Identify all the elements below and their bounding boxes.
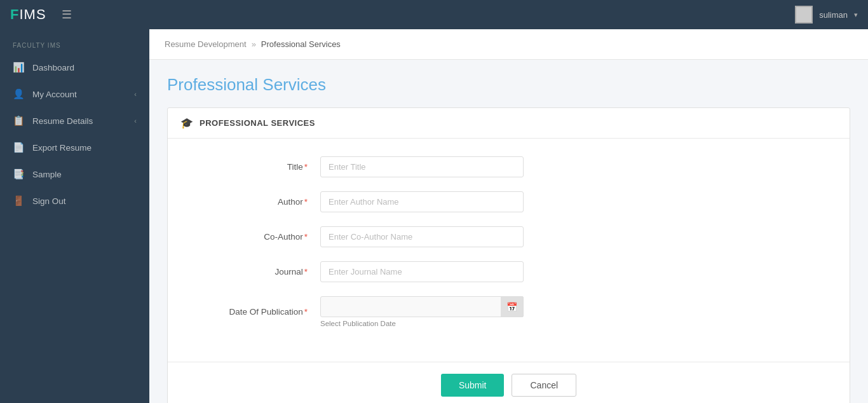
sidebar-item-sample[interactable]: 📑 Sample — [0, 161, 149, 188]
date-field-wrapper: 📅 Select Publication Date — [320, 296, 524, 327]
username-label: suliman — [819, 10, 848, 20]
user-menu[interactable]: suliman ▾ — [795, 6, 858, 24]
author-label: Author* — [193, 197, 320, 207]
hamburger-icon[interactable]: ☰ — [62, 8, 72, 22]
sample-icon: 📑 — [13, 168, 25, 180]
resume-icon: 📋 — [13, 115, 25, 126]
co-author-input[interactable] — [320, 226, 524, 247]
card-header-icon: 🎓 — [180, 117, 193, 129]
sidebar-item-label: Sample — [32, 170, 62, 179]
avatar — [795, 6, 813, 24]
layout: FACULTY IMS 📊 Dashboard 👤 My Account ‹ 📋… — [0, 29, 868, 403]
cancel-button[interactable]: Cancel — [512, 374, 576, 397]
journal-input[interactable] — [320, 261, 524, 282]
breadcrumb: Resume Development » Professional Servic… — [149, 29, 868, 60]
author-input[interactable] — [320, 191, 524, 212]
breadcrumb-separator: » — [252, 39, 256, 49]
sidebar-item-sign-out[interactable]: 🚪 Sign Out — [0, 188, 149, 214]
sidebar-item-label: Sign Out — [32, 196, 66, 206]
sidebar-item-label: Dashboard — [32, 63, 74, 72]
co-author-label: Co-Author* — [193, 232, 320, 242]
sidebar: FACULTY IMS 📊 Dashboard 👤 My Account ‹ 📋… — [0, 29, 149, 403]
date-wrapper: 📅 — [320, 296, 524, 317]
sidebar-item-my-account[interactable]: 👤 My Account ‹ — [0, 81, 149, 107]
signout-icon: 🚪 — [13, 195, 25, 207]
form-group-date: Date Of Publication* 📅 Select Publicatio… — [193, 296, 824, 327]
submit-button[interactable]: Submit — [441, 374, 505, 397]
page-title: Professional Services — [167, 75, 850, 95]
title-label: Title* — [193, 162, 320, 172]
topnav: FIMS ☰ suliman ▾ — [0, 0, 868, 29]
professional-services-card: 🎓 PROFESSIONAL SERVICES Title* Au — [167, 107, 850, 403]
logo-f: F — [10, 6, 19, 22]
form-group-author: Author* — [193, 191, 824, 212]
dashboard-icon: 📊 — [13, 62, 25, 73]
form-group-title: Title* — [193, 156, 824, 177]
chevron-icon: ‹ — [134, 90, 137, 98]
sidebar-item-label: Export Resume — [32, 143, 92, 153]
form-group-journal: Journal* — [193, 261, 824, 282]
user-chevron-icon: ▾ — [854, 11, 858, 19]
date-input[interactable] — [320, 296, 524, 317]
calendar-icon: 📅 — [506, 302, 517, 312]
date-label: Date Of Publication* — [193, 307, 320, 317]
card-header-title: PROFESSIONAL SERVICES — [200, 118, 315, 128]
sidebar-item-dashboard[interactable]: 📊 Dashboard — [0, 54, 149, 81]
form-group-co-author: Co-Author* — [193, 226, 824, 247]
logo-ims: IMS — [19, 6, 46, 22]
page-content: Professional Services 🎓 PROFESSIONAL SER… — [149, 60, 868, 403]
topnav-left: FIMS ☰ — [10, 6, 72, 23]
breadcrumb-current: Professional Services — [261, 39, 341, 49]
card-header: 🎓 PROFESSIONAL SERVICES — [168, 108, 850, 139]
journal-label: Journal* — [193, 267, 320, 277]
app-logo: FIMS — [10, 6, 46, 23]
title-input[interactable] — [320, 156, 524, 177]
main-content: Resume Development » Professional Servic… — [149, 29, 868, 403]
calendar-button[interactable]: 📅 — [501, 296, 524, 317]
date-hint: Select Publication Date — [320, 320, 524, 327]
sidebar-item-label: My Account — [32, 90, 77, 99]
breadcrumb-parent[interactable]: Resume Development — [165, 39, 247, 49]
export-icon: 📄 — [13, 142, 25, 153]
card-body: Title* Author* Co-Author* — [168, 139, 850, 362]
sidebar-item-resume-details[interactable]: 📋 Resume Details ‹ — [0, 107, 149, 134]
account-icon: 👤 — [13, 88, 25, 100]
sidebar-item-label: Resume Details — [32, 116, 93, 126]
chevron-icon: ‹ — [134, 117, 137, 125]
form-footer: Submit Cancel — [168, 362, 850, 403]
sidebar-section-label: FACULTY IMS — [0, 29, 149, 54]
sidebar-item-export-resume[interactable]: 📄 Export Resume — [0, 134, 149, 161]
